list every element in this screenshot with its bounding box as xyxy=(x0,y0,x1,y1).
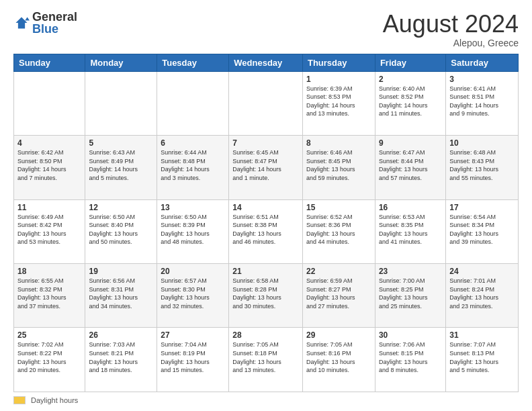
footer: Daylight hours xyxy=(13,396,519,404)
calendar-week-row: 25Sunrise: 7:02 AMSunset: 8:22 PMDayligh… xyxy=(14,328,519,392)
day-info: Sunrise: 6:53 AMSunset: 8:35 PMDaylight:… xyxy=(379,213,442,246)
calendar-week-row: 1Sunrise: 6:39 AMSunset: 8:53 PMDaylight… xyxy=(14,71,519,135)
day-info: Sunrise: 6:49 AMSunset: 8:42 PMDaylight:… xyxy=(17,213,81,246)
calendar-day-cell: 6Sunrise: 6:44 AMSunset: 8:48 PMDaylight… xyxy=(157,136,229,199)
day-number: 4 xyxy=(17,138,81,148)
day-info: Sunrise: 6:50 AMSunset: 8:39 PMDaylight:… xyxy=(161,213,225,246)
calendar-day-cell: 24Sunrise: 7:01 AMSunset: 8:24 PMDayligh… xyxy=(446,264,519,328)
day-info: Sunrise: 6:51 AMSunset: 8:38 PMDaylight:… xyxy=(232,213,299,246)
day-number: 11 xyxy=(17,203,81,212)
logo-icon xyxy=(13,15,30,31)
day-number: 1 xyxy=(306,75,371,84)
day-info: Sunrise: 6:57 AMSunset: 8:30 PMDaylight:… xyxy=(161,277,225,310)
daylight-label: Daylight hours xyxy=(31,396,78,404)
calendar-day-cell xyxy=(14,71,85,135)
day-number: 13 xyxy=(161,203,225,212)
day-number: 31 xyxy=(449,330,515,340)
calendar: SundayMondayTuesdayWednesdayThursdayFrid… xyxy=(13,54,519,392)
daylight-swatch xyxy=(13,396,26,404)
calendar-header-cell: Monday xyxy=(85,54,157,71)
location: Alepou, Greece xyxy=(383,38,519,48)
day-number: 22 xyxy=(306,267,371,276)
day-info: Sunrise: 6:54 AMSunset: 8:34 PMDaylight:… xyxy=(449,213,515,246)
day-info: Sunrise: 6:55 AMSunset: 8:32 PMDaylight:… xyxy=(17,277,81,310)
calendar-day-cell: 8Sunrise: 6:46 AMSunset: 8:45 PMDaylight… xyxy=(302,136,375,199)
day-number: 29 xyxy=(306,330,371,340)
calendar-week-row: 4Sunrise: 6:42 AMSunset: 8:50 PMDaylight… xyxy=(14,136,519,199)
day-info: Sunrise: 6:47 AMSunset: 8:44 PMDaylight:… xyxy=(379,148,442,182)
top-section: General Blue August 2024 Alepou, Greece xyxy=(13,11,519,48)
day-number: 15 xyxy=(306,203,371,212)
day-info: Sunrise: 6:43 AMSunset: 8:49 PMDaylight:… xyxy=(89,148,153,182)
logo: General Blue xyxy=(13,11,77,35)
day-number: 28 xyxy=(232,330,299,340)
header-right: August 2024 Alepou, Greece xyxy=(383,11,519,48)
calendar-day-cell: 12Sunrise: 6:50 AMSunset: 8:40 PMDayligh… xyxy=(85,199,157,263)
day-number: 24 xyxy=(449,267,515,276)
calendar-day-cell: 13Sunrise: 6:50 AMSunset: 8:39 PMDayligh… xyxy=(157,199,229,263)
day-number: 6 xyxy=(161,138,225,148)
calendar-day-cell xyxy=(229,71,303,135)
day-info: Sunrise: 6:45 AMSunset: 8:47 PMDaylight:… xyxy=(232,148,299,182)
day-number: 26 xyxy=(89,330,153,340)
day-info: Sunrise: 6:41 AMSunset: 8:51 PMDaylight:… xyxy=(449,85,515,118)
day-number: 2 xyxy=(379,75,442,84)
day-number: 10 xyxy=(449,138,515,148)
day-info: Sunrise: 6:46 AMSunset: 8:45 PMDaylight:… xyxy=(306,148,371,182)
day-info: Sunrise: 7:05 AMSunset: 8:18 PMDaylight:… xyxy=(232,340,299,374)
calendar-header-cell: Tuesday xyxy=(157,54,229,71)
day-number: 27 xyxy=(161,330,225,340)
day-number: 12 xyxy=(89,203,153,212)
calendar-day-cell: 20Sunrise: 6:57 AMSunset: 8:30 PMDayligh… xyxy=(157,264,229,328)
calendar-day-cell: 7Sunrise: 6:45 AMSunset: 8:47 PMDaylight… xyxy=(229,136,303,199)
day-info: Sunrise: 7:05 AMSunset: 8:16 PMDaylight:… xyxy=(306,340,371,374)
calendar-day-cell: 17Sunrise: 6:54 AMSunset: 8:34 PMDayligh… xyxy=(446,199,519,263)
calendar-day-cell: 30Sunrise: 7:06 AMSunset: 8:15 PMDayligh… xyxy=(375,328,445,392)
day-info: Sunrise: 6:39 AMSunset: 8:53 PMDaylight:… xyxy=(306,85,371,118)
month-year: August 2024 xyxy=(383,11,519,38)
logo-general-text: General xyxy=(32,11,77,23)
calendar-day-cell: 31Sunrise: 7:07 AMSunset: 8:13 PMDayligh… xyxy=(446,328,519,392)
calendar-day-cell: 4Sunrise: 6:42 AMSunset: 8:50 PMDaylight… xyxy=(14,136,85,199)
calendar-week-row: 18Sunrise: 6:55 AMSunset: 8:32 PMDayligh… xyxy=(14,264,519,328)
day-number: 16 xyxy=(379,203,442,212)
calendar-body: 1Sunrise: 6:39 AMSunset: 8:53 PMDaylight… xyxy=(14,71,519,392)
calendar-day-cell: 22Sunrise: 6:59 AMSunset: 8:27 PMDayligh… xyxy=(302,264,375,328)
day-number: 8 xyxy=(306,138,371,148)
calendar-day-cell: 21Sunrise: 6:58 AMSunset: 8:28 PMDayligh… xyxy=(229,264,303,328)
calendar-day-cell: 29Sunrise: 7:05 AMSunset: 8:16 PMDayligh… xyxy=(302,328,375,392)
day-info: Sunrise: 6:50 AMSunset: 8:40 PMDaylight:… xyxy=(89,213,153,246)
calendar-header-cell: Friday xyxy=(375,54,445,71)
day-number: 7 xyxy=(232,138,299,148)
logo-blue-text: Blue xyxy=(32,23,77,35)
calendar-day-cell: 11Sunrise: 6:49 AMSunset: 8:42 PMDayligh… xyxy=(14,199,85,263)
calendar-day-cell xyxy=(85,71,157,135)
calendar-day-cell: 5Sunrise: 6:43 AMSunset: 8:49 PMDaylight… xyxy=(85,136,157,199)
calendar-day-cell: 16Sunrise: 6:53 AMSunset: 8:35 PMDayligh… xyxy=(375,199,445,263)
calendar-header-cell: Thursday xyxy=(302,54,375,71)
day-number: 23 xyxy=(379,267,442,276)
day-info: Sunrise: 7:01 AMSunset: 8:24 PMDaylight:… xyxy=(449,277,515,310)
day-number: 14 xyxy=(232,203,299,212)
day-info: Sunrise: 6:40 AMSunset: 8:52 PMDaylight:… xyxy=(379,85,442,118)
calendar-day-cell: 9Sunrise: 6:47 AMSunset: 8:44 PMDaylight… xyxy=(375,136,445,199)
day-number: 3 xyxy=(449,75,515,84)
calendar-header-row: SundayMondayTuesdayWednesdayThursdayFrid… xyxy=(14,54,519,71)
day-number: 5 xyxy=(89,138,153,148)
day-info: Sunrise: 7:03 AMSunset: 8:21 PMDaylight:… xyxy=(89,340,153,374)
day-info: Sunrise: 6:44 AMSunset: 8:48 PMDaylight:… xyxy=(161,148,225,182)
day-number: 30 xyxy=(379,330,442,340)
calendar-day-cell xyxy=(157,71,229,135)
day-info: Sunrise: 7:06 AMSunset: 8:15 PMDaylight:… xyxy=(379,340,442,374)
calendar-week-row: 11Sunrise: 6:49 AMSunset: 8:42 PMDayligh… xyxy=(14,199,519,263)
day-info: Sunrise: 7:04 AMSunset: 8:19 PMDaylight:… xyxy=(161,340,225,374)
day-number: 17 xyxy=(449,203,515,212)
day-number: 18 xyxy=(17,267,81,276)
calendar-day-cell: 2Sunrise: 6:40 AMSunset: 8:52 PMDaylight… xyxy=(375,71,445,135)
day-number: 21 xyxy=(232,267,299,276)
calendar-day-cell: 10Sunrise: 6:48 AMSunset: 8:43 PMDayligh… xyxy=(446,136,519,199)
day-number: 20 xyxy=(161,267,225,276)
day-info: Sunrise: 6:52 AMSunset: 8:36 PMDaylight:… xyxy=(306,213,371,246)
svg-marker-1 xyxy=(25,17,30,20)
day-info: Sunrise: 6:59 AMSunset: 8:27 PMDaylight:… xyxy=(306,277,371,310)
